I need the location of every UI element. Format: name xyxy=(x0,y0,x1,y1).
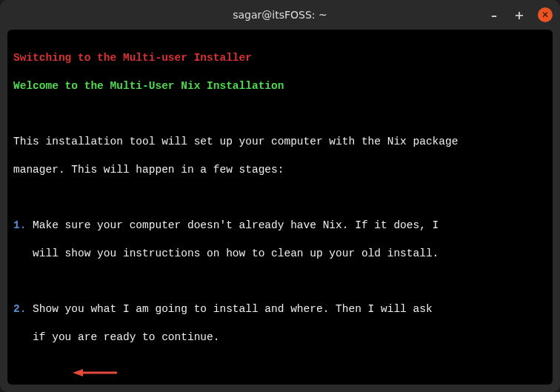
intro-text-line1: This installation tool will set up your … xyxy=(13,135,547,149)
step-2-line1: 2. Show you what I am going to install a… xyxy=(13,302,547,316)
titlebar[interactable]: sagar@itsFOSS: ~ – + ✕ xyxy=(0,0,560,30)
step-2-num: 2. xyxy=(13,303,26,315)
window-title: sagar@itsFOSS: ~ xyxy=(233,9,327,21)
window-controls: – + ✕ xyxy=(487,0,553,30)
maximize-button[interactable]: + xyxy=(513,8,526,21)
step-1-line1: 1. Make sure your computer doesn't alrea… xyxy=(13,219,547,233)
heading-welcome: Welcome to the Multi-User Nix Installati… xyxy=(13,80,284,92)
step-1-line2: will show you instructions on how to cle… xyxy=(13,247,547,261)
step-2-line2: if you are ready to continue. xyxy=(13,330,547,345)
svg-marker-1 xyxy=(73,369,83,376)
heading-switching: Switching to the Multi-user Installer xyxy=(13,52,252,64)
terminal-window: sagar@itsFOSS: ~ – + ✕ Switching to the … xyxy=(0,0,560,392)
close-button[interactable]: ✕ xyxy=(538,7,553,22)
minimize-button[interactable]: – xyxy=(487,8,501,21)
intro-text-line2: manager. This will happen in a few stage… xyxy=(13,163,547,177)
arrow-annotation-icon xyxy=(73,367,117,379)
terminal-output[interactable]: Switching to the Multi-user Installer We… xyxy=(7,30,553,385)
step-1-num: 1. xyxy=(13,219,26,231)
